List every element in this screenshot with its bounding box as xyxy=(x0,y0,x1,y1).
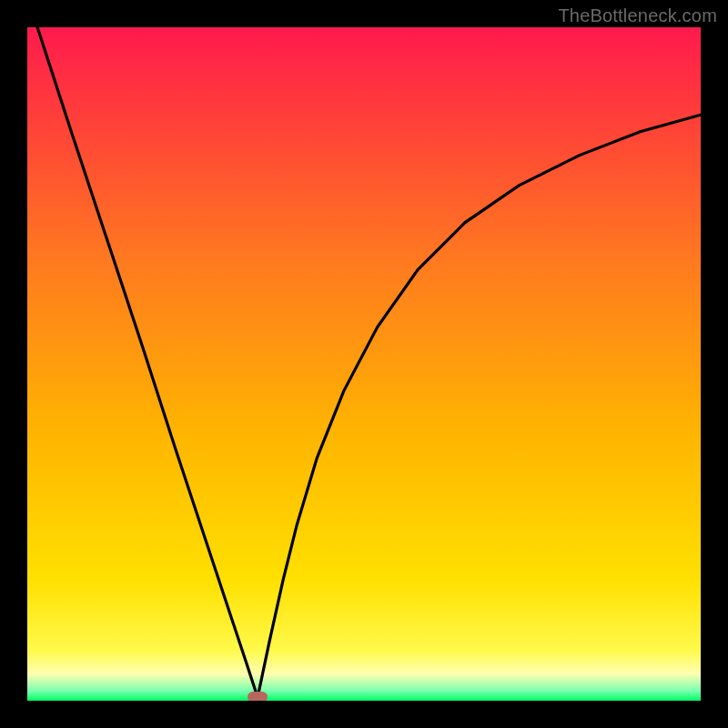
curve-layer xyxy=(27,27,701,701)
minimum-marker xyxy=(248,692,268,701)
bottleneck-curve xyxy=(37,27,701,697)
chart-frame: TheBottleneck.com xyxy=(0,0,728,728)
plot-area xyxy=(27,27,701,701)
watermark-text: TheBottleneck.com xyxy=(558,5,717,26)
